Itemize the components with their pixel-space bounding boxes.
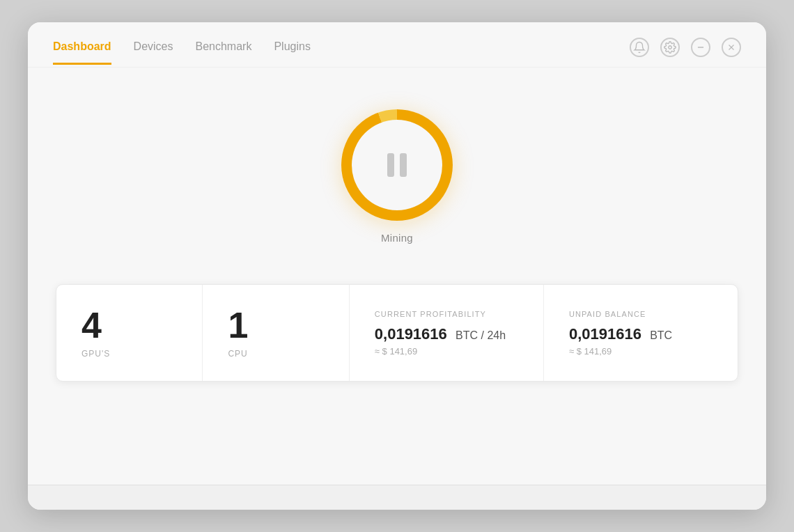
balance-btc: 0,0191616 BTC <box>569 325 672 343</box>
mining-label: Mining <box>381 232 413 244</box>
nav: Dashboard Devices Benchmark Plugins <box>53 40 311 64</box>
pause-bar-right <box>400 153 407 177</box>
gpu-count: 4 <box>81 307 102 343</box>
cpu-label: CPU <box>228 349 247 359</box>
balance-usd: ≈ $ 141,69 <box>569 346 612 357</box>
nav-item-devices[interactable]: Devices <box>134 40 173 65</box>
window-controls <box>630 38 741 67</box>
mining-button-area: Mining <box>341 109 453 244</box>
profitability-btc: 0,0191616 BTC / 24h <box>375 325 506 343</box>
pause-icon <box>387 153 407 177</box>
settings-button[interactable] <box>660 38 680 57</box>
gpu-label: GPU'S <box>81 349 110 359</box>
svg-point-0 <box>669 46 672 49</box>
nav-item-benchmark[interactable]: Benchmark <box>195 40 251 65</box>
minimize-button[interactable] <box>691 38 710 57</box>
profitability-unit: BTC / 24h <box>456 329 506 341</box>
nav-item-plugins[interactable]: Plugins <box>274 40 310 65</box>
mining-inner-circle <box>352 120 442 210</box>
app-window: Dashboard Devices Benchmark Plugins <box>28 22 766 510</box>
main-content: Mining 4 GPU'S 1 CPU CURRENT PROFITABILI… <box>28 68 766 485</box>
mining-toggle-button[interactable] <box>341 109 453 221</box>
titlebar: Dashboard Devices Benchmark Plugins <box>28 22 766 68</box>
bottom-bar <box>28 485 766 510</box>
balance-cell: UNPAID BALANCE 0,0191616 BTC ≈ $ 141,69 <box>544 285 738 381</box>
profitability-btc-amount: 0,0191616 <box>375 325 447 343</box>
profitability-usd: ≈ $ 141,69 <box>375 346 417 357</box>
profitability-cell: CURRENT PROFITABILITY 0,0191616 BTC / 24… <box>350 285 544 381</box>
notification-button[interactable] <box>630 38 649 57</box>
close-button[interactable] <box>722 38 741 57</box>
cpu-count: 1 <box>228 307 248 343</box>
gpu-stat-cell: 4 GPU'S <box>56 285 203 381</box>
balance-unit: BTC <box>650 329 672 341</box>
profitability-header: CURRENT PROFITABILITY <box>375 310 486 318</box>
balance-header: UNPAID BALANCE <box>569 310 646 318</box>
nav-item-dashboard[interactable]: Dashboard <box>53 40 111 65</box>
cpu-stat-cell: 1 CPU <box>203 285 349 381</box>
stats-row: 4 GPU'S 1 CPU CURRENT PROFITABILITY 0,01… <box>56 284 738 382</box>
balance-btc-amount: 0,0191616 <box>569 325 641 343</box>
pause-bar-left <box>387 153 394 177</box>
